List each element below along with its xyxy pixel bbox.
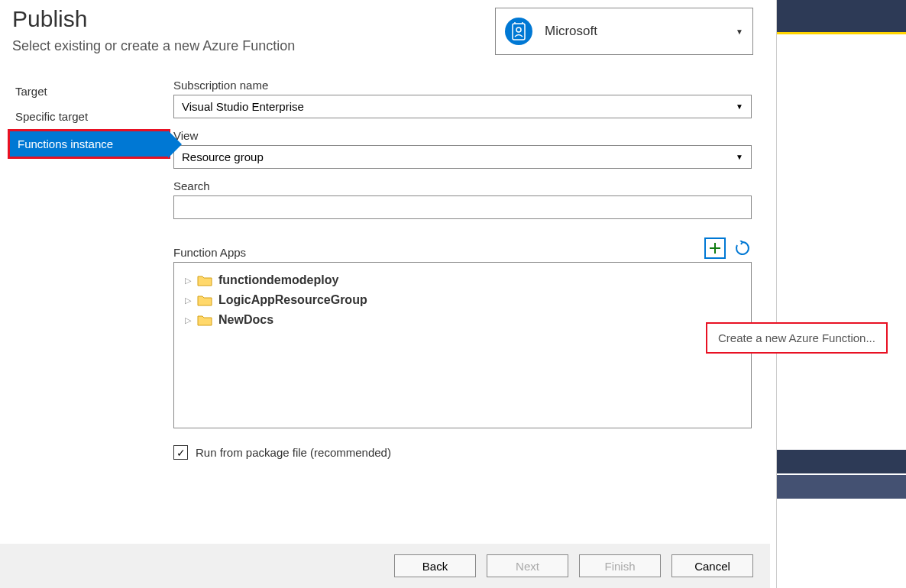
dialog-body: Target Specific target Functions instanc… [0, 79, 770, 460]
run-from-package-row[interactable]: ✓ Run from package file (recommended) [173, 445, 752, 460]
chevron-down-icon: ▼ [736, 102, 743, 111]
run-from-package-checkbox[interactable]: ✓ [173, 445, 188, 460]
background-accent-line [777, 32, 906, 34]
folder-icon [197, 294, 212, 306]
folder-icon [197, 314, 212, 326]
finish-button[interactable]: Finish [579, 554, 661, 577]
view-dropdown[interactable]: Resource group ▼ [173, 145, 752, 169]
nav-item-functions-instance[interactable]: Functions instance [8, 129, 170, 159]
refresh-icon [735, 241, 750, 256]
chevron-down-icon: ▼ [736, 27, 743, 36]
subscription-field: Subscription name Visual Studio Enterpri… [173, 79, 752, 118]
function-apps-tree[interactable]: ▷ functiondemodeploy ▷ LogicAppResourceG… [173, 262, 752, 428]
account-icon [505, 18, 532, 45]
background-window-strip [776, 0, 906, 588]
account-selector[interactable]: Microsoft ▼ [495, 8, 753, 55]
tree-item-label: functiondemodeploy [218, 273, 338, 287]
background-titlebar [777, 0, 906, 32]
search-input[interactable] [173, 195, 752, 219]
subscription-value: Visual Studio Enterprise [182, 100, 304, 113]
svg-point-1 [516, 27, 521, 32]
plus-icon [709, 242, 721, 254]
subscription-label: Subscription name [173, 79, 752, 92]
function-apps-actions [704, 237, 752, 259]
account-name: Microsoft [545, 24, 736, 39]
view-value: Resource group [182, 150, 264, 163]
tree-item[interactable]: ▷ NewDocs [185, 310, 740, 330]
expand-icon[interactable]: ▷ [185, 276, 194, 286]
function-apps-label: Function Apps [173, 246, 246, 259]
expand-icon[interactable]: ▷ [185, 315, 194, 325]
background-panel-subheader [777, 475, 906, 499]
wizard-nav: Target Specific target Functions instanc… [0, 79, 164, 460]
subscription-dropdown[interactable]: Visual Studio Enterprise ▼ [173, 95, 752, 118]
search-label: Search [173, 179, 752, 192]
function-apps-header: Function Apps [173, 237, 752, 259]
next-button[interactable]: Next [487, 554, 568, 577]
background-panel-header [777, 450, 906, 473]
folder-icon [197, 274, 212, 286]
tree-item[interactable]: ▷ LogicAppResourceGroup [185, 290, 740, 310]
tree-item-label: LogicAppResourceGroup [218, 293, 367, 307]
tree-item-label: NewDocs [218, 313, 273, 327]
view-field: View Resource group ▼ [173, 129, 752, 169]
run-from-package-label: Run from package file (recommended) [196, 446, 391, 459]
refresh-button[interactable] [733, 239, 752, 257]
chevron-down-icon: ▼ [736, 153, 743, 161]
nav-item-specific-target[interactable]: Specific target [8, 104, 164, 129]
tree-item[interactable]: ▷ functiondemodeploy [185, 270, 740, 290]
back-button[interactable]: Back [394, 554, 476, 577]
search-field: Search [173, 179, 752, 219]
form-area: Subscription name Visual Studio Enterpri… [164, 79, 770, 460]
publish-dialog: Publish Select existing or create a new … [0, 0, 770, 588]
expand-icon[interactable]: ▷ [185, 296, 194, 305]
nav-item-target[interactable]: Target [8, 79, 164, 104]
cancel-button[interactable]: Cancel [671, 554, 753, 577]
add-button[interactable] [704, 237, 726, 259]
view-label: View [173, 129, 752, 142]
dialog-footer: Back Next Finish Cancel [0, 544, 770, 588]
create-function-tooltip: Create a new Azure Function... [706, 322, 888, 354]
